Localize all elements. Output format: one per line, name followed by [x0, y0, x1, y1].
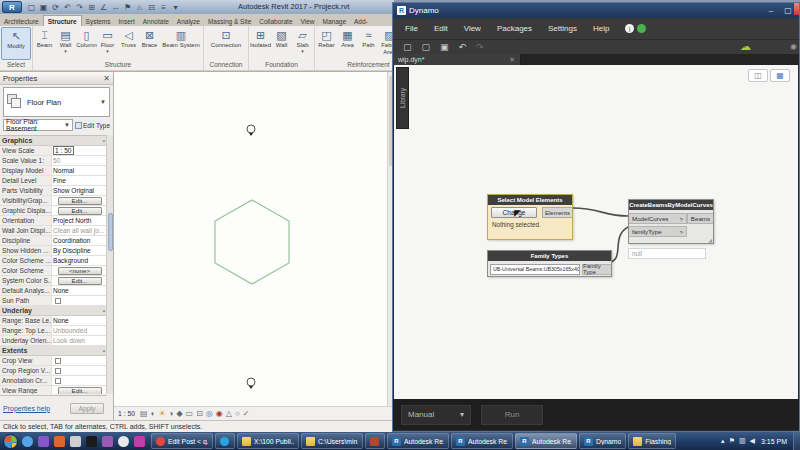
- show-desktop-button[interactable]: [793, 432, 800, 450]
- toggle-icon[interactable]: |: [625, 24, 634, 33]
- property-value[interactable]: 1 : 50: [52, 146, 107, 155]
- menu-icon[interactable]: ▾: [170, 3, 181, 12]
- property-value[interactable]: [52, 366, 107, 375]
- thin-lines-icon[interactable]: ≡: [158, 3, 169, 12]
- ribbon-button-area[interactable]: ▦Area: [337, 27, 358, 60]
- select-model-elements-node[interactable]: Select Model Elements Change Elements No…: [487, 194, 573, 240]
- ribbon-button-path[interactable]: ≈Path: [358, 27, 379, 60]
- tag-icon[interactable]: ⚑: [122, 3, 133, 12]
- measure-icon[interactable]: ∠: [98, 3, 109, 12]
- apply-button[interactable]: Apply: [70, 403, 104, 414]
- section-header-graphics[interactable]: Graphics▪: [0, 136, 107, 146]
- property-value[interactable]: <none>: [52, 266, 107, 275]
- tab-view[interactable]: View: [297, 16, 319, 26]
- family-type-dropdown[interactable]: UB-Universal Beams:UB305x165x40 ▾: [490, 264, 580, 275]
- ribbon-button-isolated[interactable]: ⊞Isolated: [250, 27, 271, 60]
- family-types-node[interactable]: Family Types UB-Universal Beams:UB305x16…: [487, 250, 612, 277]
- elements-output-port[interactable]: Elements: [542, 207, 572, 218]
- elevation-marker[interactable]: [247, 378, 255, 389]
- select-icon[interactable]: ✓: [243, 410, 250, 418]
- property-edit-button[interactable]: <none>: [58, 267, 102, 275]
- section-icon[interactable]: ⊟: [146, 3, 157, 12]
- taskbar-app-dynamo[interactable]: RDynamo: [579, 433, 626, 449]
- ribbon-button-beam-system[interactable]: ▥Beam System: [160, 27, 202, 60]
- cloud-alert-icon[interactable]: ☁!: [740, 40, 751, 53]
- property-value[interactable]: Look down: [52, 336, 107, 345]
- property-value[interactable]: Edit...: [52, 196, 107, 205]
- node-resize-handle[interactable]: ◢: [708, 237, 712, 243]
- model-line-hexagon[interactable]: [215, 200, 289, 284]
- sun-icon[interactable]: ☀: [158, 410, 165, 418]
- ring-icon[interactable]: [118, 436, 129, 447]
- ribbon-button-rebar[interactable]: ◰Rebar: [316, 27, 337, 60]
- property-value[interactable]: 50: [52, 156, 107, 165]
- taskbar-app-autodesk-re[interactable]: RAutodesk Re...: [451, 433, 513, 449]
- taskbar-app-skype[interactable]: [215, 433, 235, 449]
- properties-scrollbar[interactable]: [106, 135, 113, 394]
- taskbar-app-autodesk-re[interactable]: RAutodesk Re...: [515, 433, 577, 449]
- graph-view-button[interactable]: ▦: [770, 69, 790, 82]
- redo-icon[interactable]: ↷: [74, 3, 85, 12]
- ribbon-button-wall[interactable]: ▤Wall▾: [55, 27, 76, 60]
- close-tab-icon[interactable]: ✕: [509, 56, 515, 64]
- section-header-extents[interactable]: Extents▪: [0, 346, 107, 356]
- taskbar-app-edit-post-q[interactable]: Edit Post < q...: [151, 433, 213, 449]
- shadow-icon[interactable]: ◑: [169, 410, 174, 418]
- property-edit-button[interactable]: Edit...: [58, 197, 102, 205]
- security-icon[interactable]: [54, 436, 65, 447]
- dynamo-canvas[interactable]: Library ◫ ▦ Select Model Elements Change…: [394, 65, 798, 400]
- ribbon-button-slab[interactable]: ▱Slab▾: [292, 27, 313, 60]
- ribbon-button-modify[interactable]: ↖Modify: [1, 27, 31, 60]
- menu-edit[interactable]: Edit: [434, 24, 448, 33]
- volume-icon[interactable]: [38, 436, 49, 447]
- property-value[interactable]: [52, 356, 107, 365]
- tab-structure[interactable]: Structure: [43, 15, 82, 26]
- redo-icon[interactable]: ↷: [476, 42, 484, 52]
- property-edit-button[interactable]: Edit...: [58, 277, 102, 285]
- workspace-tab[interactable]: wip.dyn* ✕: [393, 54, 521, 65]
- tab-insert[interactable]: Insert: [115, 16, 139, 26]
- familytype-input-port[interactable]: familyType>: [629, 226, 687, 237]
- property-value[interactable]: None: [52, 316, 107, 325]
- tab-add[interactable]: Add-: [350, 16, 372, 26]
- create-beams-node[interactable]: CreateBeamsByModelCurves ModelCurves> fa…: [628, 199, 714, 244]
- property-edit-button[interactable]: Edit...: [58, 207, 102, 215]
- geometry-view-button[interactable]: ◫: [748, 69, 768, 82]
- maximize-button[interactable]: ▢: [781, 6, 795, 15]
- family-type-output-port[interactable]: Family Type: [582, 264, 611, 275]
- tab-systems[interactable]: Systems: [82, 16, 115, 26]
- ribbon-button-truss[interactable]: ◁Truss: [118, 27, 139, 60]
- property-value[interactable]: Background: [52, 256, 107, 265]
- menu-settings[interactable]: Settings: [548, 24, 577, 33]
- ribbon-button-wall[interactable]: ▧Wall: [271, 27, 292, 60]
- property-value[interactable]: Project North: [52, 216, 107, 225]
- crop-icon[interactable]: ▭: [186, 410, 194, 418]
- checkbox[interactable]: [55, 378, 61, 384]
- taskbar-app-autodesk-re[interactable]: RAutodesk Re...: [387, 433, 449, 449]
- camera-icon[interactable]: ◉: [790, 42, 797, 51]
- menu-view[interactable]: View: [464, 24, 481, 33]
- beams-output-port[interactable]: Beams: [687, 213, 713, 224]
- modelcurves-input-port[interactable]: ModelCurves>: [629, 213, 687, 224]
- property-value[interactable]: Edit...: [52, 276, 107, 285]
- property-value[interactable]: Show Original: [52, 186, 107, 195]
- open-icon[interactable]: ▢: [26, 3, 37, 12]
- minimize-button[interactable]: –: [764, 6, 778, 15]
- detail-icon[interactable]: ▤: [140, 410, 148, 418]
- undo-icon[interactable]: ↶: [459, 42, 467, 52]
- tab-architecture[interactable]: Architecture: [0, 16, 43, 26]
- elevation-marker[interactable]: [247, 125, 255, 136]
- tab-massing-site[interactable]: Massing & Site: [204, 16, 255, 26]
- property-edit-button[interactable]: Edit...: [58, 387, 102, 395]
- close-button[interactable]: [794, 3, 799, 15]
- property-value[interactable]: Edit...: [52, 206, 107, 215]
- hide-icon[interactable]: ◎: [206, 410, 213, 418]
- property-value[interactable]: Unbounded: [52, 326, 107, 335]
- property-value[interactable]: Normal: [52, 166, 107, 175]
- property-value[interactable]: None: [52, 286, 107, 295]
- taskbar-app-flashing[interactable]: Flashing: [628, 433, 676, 449]
- property-value[interactable]: Coordination: [52, 236, 107, 245]
- open-icon[interactable]: ▢: [422, 42, 431, 52]
- menu-packages[interactable]: Packages: [497, 24, 532, 33]
- edit-type-button[interactable]: Edit Type: [75, 122, 110, 129]
